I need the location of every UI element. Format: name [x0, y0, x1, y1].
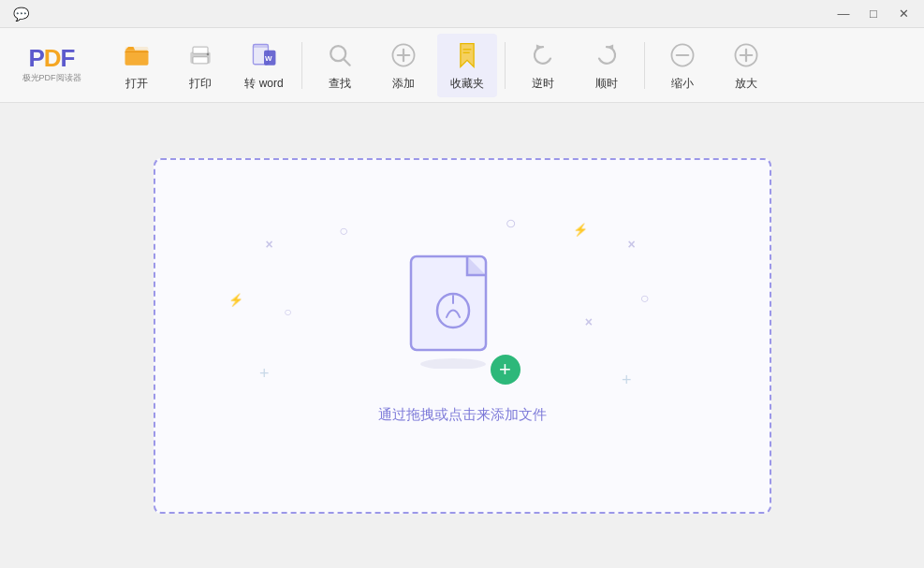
svg-marker-17	[536, 44, 542, 50]
print-label: 打印	[189, 76, 212, 92]
logo-subtitle: 极光PDF阅读器	[22, 72, 81, 84]
deco-11: +	[622, 371, 632, 390]
word-icon: W	[247, 38, 281, 72]
add-label: 添加	[392, 76, 415, 92]
app-logo: PDF 极光PDF阅读器	[9, 46, 94, 84]
svg-line-10	[344, 59, 349, 65]
bookmark-label: 收藏夹	[450, 76, 484, 92]
main-area: × ○ ○ ⚡ × ⚡ ○ × ○ + +	[0, 103, 924, 568]
pdf-file-icon-wrapper: +	[402, 247, 523, 387]
drop-zone[interactable]: × ○ ○ ⚡ × ⚡ ○ × ○ + +	[154, 158, 771, 514]
toolbar: PDF 极光PDF阅读器 打开 打印	[0, 28, 924, 103]
open-icon	[120, 38, 154, 72]
deco-6: ⚡	[228, 293, 243, 307]
deco-10: +	[259, 364, 270, 384]
drop-hint: 通过拖拽或点击来添加文件	[378, 406, 547, 424]
word-label: 转 word	[244, 76, 283, 92]
deco-3: ○	[505, 212, 516, 234]
rotate-left-label: 逆时	[532, 76, 554, 92]
find-button[interactable]: 查找	[310, 34, 370, 97]
deco-7: ○	[284, 304, 291, 319]
svg-rect-3	[193, 57, 208, 64]
pdf-file-svg	[402, 247, 505, 369]
bookmark-button[interactable]: 收藏夹	[437, 34, 497, 97]
svg-marker-18	[608, 44, 613, 50]
find-label: 查找	[329, 76, 351, 92]
find-icon	[323, 38, 357, 72]
svg-point-5	[207, 53, 210, 56]
rotate-right-button[interactable]: 顺时	[577, 34, 637, 97]
open-button[interactable]: 打开	[107, 34, 167, 97]
zoom-out-button[interactable]: 缩小	[653, 34, 712, 97]
add-button[interactable]: 添加	[374, 34, 433, 97]
restore-button[interactable]: □	[858, 4, 888, 24]
print-icon	[183, 38, 217, 72]
toolbar-separator-2	[505, 42, 506, 89]
deco-5: ×	[628, 237, 636, 252]
rotate-left-button[interactable]: 逆时	[513, 34, 573, 97]
deco-9: ○	[640, 290, 650, 307]
zoom-out-label: 缩小	[671, 76, 694, 92]
svg-text:W: W	[265, 54, 272, 63]
add-circle: +	[488, 352, 523, 387]
close-button[interactable]: ✕	[888, 4, 918, 24]
svg-point-24	[420, 358, 486, 369]
to-word-button[interactable]: W 转 word	[234, 34, 294, 97]
svg-marker-14	[461, 44, 474, 67]
title-bar: 💬 — □ ✕	[0, 0, 924, 28]
deco-2: ○	[339, 223, 348, 240]
deco-1: ×	[266, 237, 273, 252]
add-icon	[387, 38, 420, 72]
zoom-in-icon	[729, 38, 763, 72]
deco-4: ⚡	[573, 223, 588, 237]
zoom-in-button[interactable]: 放大	[716, 34, 776, 97]
open-label: 打开	[125, 76, 148, 92]
svg-rect-4	[193, 47, 208, 53]
bookmark-icon	[450, 38, 484, 72]
rotate-left-icon	[526, 38, 560, 72]
toolbar-separator-1	[301, 42, 302, 89]
print-button[interactable]: 打印	[170, 34, 230, 97]
minimize-button[interactable]: —	[829, 4, 858, 24]
toolbar-separator-3	[644, 42, 645, 89]
zoom-out-icon	[666, 38, 699, 72]
rotate-right-label: 顺时	[595, 76, 618, 92]
feedback-icon[interactable]: 💬	[7, 4, 34, 24]
zoom-in-label: 放大	[735, 76, 757, 92]
svg-rect-1	[125, 51, 149, 66]
logo-text: PDF	[28, 46, 74, 70]
deco-8: ×	[585, 314, 593, 329]
rotate-right-icon	[590, 38, 623, 72]
